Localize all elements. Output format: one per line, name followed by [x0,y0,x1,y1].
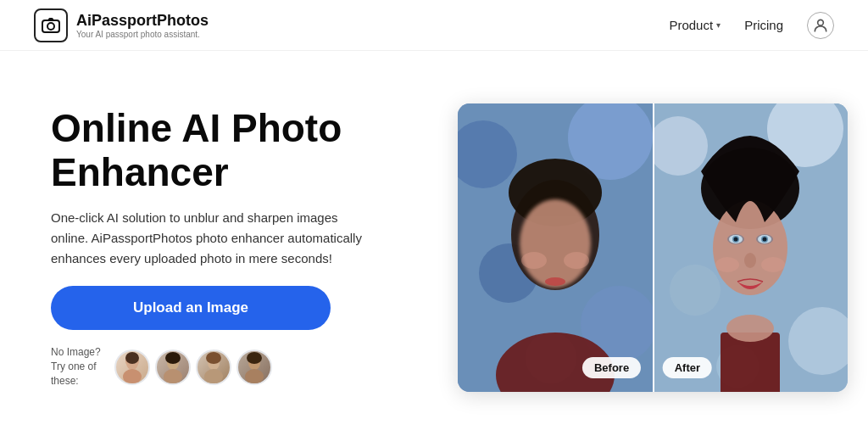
svg-point-4 [123,369,142,383]
logo-title: AiPassportPhotos [76,12,209,30]
before-label: Before [582,357,641,378]
svg-point-47 [715,257,739,272]
nav-pricing-label: Pricing [744,18,783,32]
svg-point-10 [165,352,181,364]
svg-point-26 [521,252,547,269]
sample-thumb-1[interactable] [114,349,150,385]
svg-point-46 [744,253,756,268]
svg-point-33 [670,265,721,316]
main-nav: Product ▾ Pricing [669,12,834,39]
sample-thumbs [114,349,272,385]
comparison-divider [653,103,654,392]
after-bg [653,103,848,392]
svg-point-42 [734,238,738,242]
before-bg [458,103,653,392]
svg-point-16 [247,352,262,364]
nav-pricing[interactable]: Pricing [744,18,783,32]
sample-images-row: No Image? Try one of these: [51,345,407,388]
sample-thumb-4[interactable] [236,349,272,385]
main-content: Online AI Photo Enhancer One-click AI so… [0,51,868,436]
svg-point-45 [763,238,767,242]
svg-point-15 [245,369,264,383]
chevron-down-icon: ▾ [716,20,721,30]
upload-image-button[interactable]: Upload an Image [51,286,331,330]
svg-point-50 [726,315,774,342]
camera-icon [34,8,68,42]
photo-comparison: Before After [458,103,848,392]
photo-after [653,103,848,392]
user-account-icon[interactable] [807,12,834,39]
svg-point-1 [47,23,54,30]
svg-point-25 [520,199,591,288]
svg-point-7 [125,352,139,364]
nav-product-label: Product [669,18,713,32]
svg-point-9 [164,369,182,383]
svg-point-48 [761,257,785,272]
sample-images-label: No Image? Try one of these: [51,345,106,388]
photo-comparison-section: Before After [458,103,848,392]
site-header: AiPassportPhotos Your AI passport photo … [0,0,868,51]
svg-point-13 [206,352,221,364]
photo-before [458,103,653,392]
sample-thumb-2[interactable] [155,349,191,385]
svg-point-2 [818,20,824,25]
logo-subtitle: Your AI passport photo assistant. [76,30,209,39]
svg-point-12 [204,369,223,383]
svg-point-27 [564,252,589,269]
sample-thumb-3[interactable] [196,349,231,385]
nav-product[interactable]: Product ▾ [669,18,721,32]
logo[interactable]: AiPassportPhotos Your AI passport photo … [34,8,209,42]
svg-point-37 [713,200,787,295]
hero-subtitle: One-click AI solution to unblur and shar… [51,208,364,269]
after-label: After [663,357,712,378]
hero-title: Online AI Photo Enhancer [51,107,407,194]
svg-point-28 [545,277,565,286]
hero-section: Online AI Photo Enhancer One-click AI so… [51,107,407,388]
